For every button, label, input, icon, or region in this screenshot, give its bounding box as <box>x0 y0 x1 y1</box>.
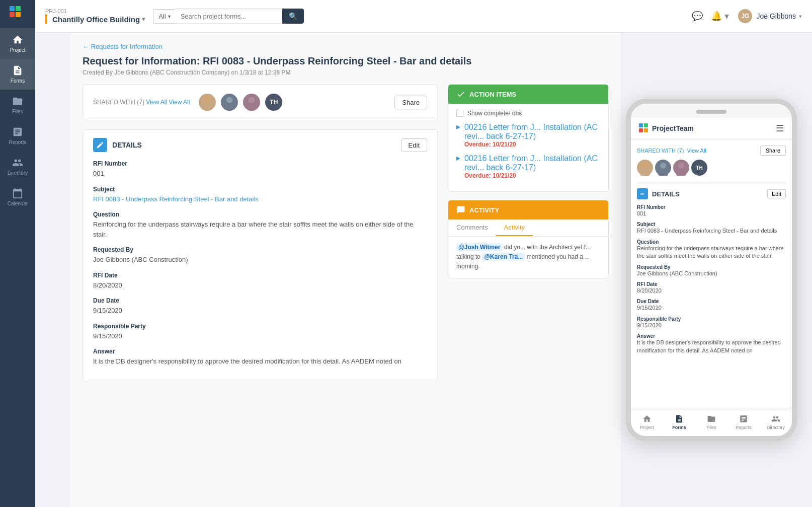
show-complete-row: Show complete/ obs <box>456 110 600 117</box>
phone-nav-reports[interactable]: Reports <box>727 408 760 436</box>
action-bullet-1: ▸ <box>456 122 460 131</box>
phone-field-2: Question Reinforcing for the underpass s… <box>637 239 786 260</box>
search-input[interactable] <box>176 9 283 24</box>
sidebar-item-forms[interactable]: Forms <box>0 59 35 90</box>
svg-point-16 <box>660 163 666 169</box>
avatar-group: TH <box>198 93 283 112</box>
phone-share-button[interactable]: Share <box>760 146 786 156</box>
phone-field-6: Responsible Party 9/15/2020 <box>637 316 786 329</box>
header-icons: 💬 🔔 ▾ <box>692 11 729 22</box>
phone-body: SHARED WITH (7) View All Share <box>631 139 792 408</box>
phone-field-5: Due Date 9/15/2020 <box>637 299 786 312</box>
subject-field: Subject RFI 0083 - Underpass Reinforcing… <box>93 186 427 204</box>
phone-nav-forms[interactable]: Forms <box>663 408 695 436</box>
overdue-2: Overdue: 10/21/20 <box>464 172 600 179</box>
share-button[interactable]: Share <box>394 96 427 109</box>
action-items-card: ACTION ITEMS Show complete/ obs ▸ 00216 … <box>448 84 609 192</box>
details-card: DETAILS Edit RFI Number 001 Subject RFI … <box>83 129 438 382</box>
svg-point-17 <box>658 170 668 176</box>
user-menu[interactable]: JG Joe Gibbons <box>737 8 802 24</box>
sidebar-item-calendar[interactable]: Calendar <box>0 182 35 212</box>
activity-card: ACTIVITY Comments Activity @Josh Witmer … <box>448 200 609 278</box>
avatar-1 <box>198 93 217 112</box>
sidebar-item-files[interactable]: Files <box>0 90 35 120</box>
question-field: Question Reinforcing for the underpass s… <box>93 211 427 239</box>
action-item-2: ▸ 00216 Letter from J... Installation (A… <box>456 154 600 179</box>
phone-inner: ProjectTeam ☰ SHARED WITH (7) View All S… <box>631 118 792 436</box>
rfi-number-field: RFI Number 001 <box>93 160 427 179</box>
activity-tabs: Comments Activity <box>448 220 608 237</box>
svg-point-6 <box>226 97 233 103</box>
phone-menu-icon[interactable]: ☰ <box>776 123 784 134</box>
search-filter-dropdown[interactable]: All <box>153 9 175 24</box>
details-icon <box>93 138 107 152</box>
project-name[interactable]: Chantilly Office Building <box>45 14 145 24</box>
overdue-1: Overdue: 10/21/20 <box>464 141 600 148</box>
phone-avatar-group: TH <box>637 160 786 176</box>
sidebar-item-project[interactable]: Project <box>0 28 35 59</box>
breadcrumb[interactable]: Requests for Information <box>83 43 609 50</box>
avatar-2 <box>220 93 239 112</box>
phone-avatar-2 <box>655 160 671 176</box>
phone-nav-files[interactable]: Files <box>695 408 727 436</box>
answer-field: Answer It is the DB designer's responsib… <box>93 348 427 367</box>
search-bar: All 🔍 <box>153 9 304 24</box>
avatar-3 <box>242 93 261 112</box>
phone-details-header: ✏ DETAILS Edit <box>637 188 786 199</box>
svg-point-8 <box>249 97 255 103</box>
phone-field-1: Subject RFI 0083 - Underpass Reinforcing… <box>637 222 786 235</box>
action-items-header: ACTION ITEMS <box>448 85 608 104</box>
phone-header: ProjectTeam ☰ <box>631 118 792 139</box>
phone-nav: Project Forms Files Reports <box>631 408 792 436</box>
phone-edit-button[interactable]: Edit <box>767 189 786 198</box>
view-all-link[interactable]: View All <box>146 99 167 106</box>
shared-with-card: SHARED WITH (7) View All View All <box>83 84 438 120</box>
action-item-1: ▸ 00216 Letter from J... Installation (A… <box>456 123 600 148</box>
details-title: DETAILS <box>112 141 396 149</box>
svg-point-7 <box>224 104 235 111</box>
tab-activity[interactable]: Activity <box>496 220 533 236</box>
view-all-link2[interactable]: View All <box>169 99 190 106</box>
svg-rect-10 <box>639 123 643 127</box>
edit-button[interactable]: Edit <box>401 138 427 152</box>
page-subtitle: Created By Joe Gibbons (ABC Construction… <box>83 69 609 76</box>
phone-speaker <box>696 110 726 114</box>
phone-shared-section: SHARED WITH (7) View All Share <box>637 146 786 176</box>
page-title: Request for Information: RFI 0083 - Unde… <box>83 55 609 67</box>
action-link-1[interactable]: 00216 Letter from J... Installation (AC … <box>464 123 600 141</box>
svg-point-5 <box>202 104 213 111</box>
avatar-4: TH <box>264 93 283 112</box>
phone-nav-directory[interactable]: Directory <box>760 408 792 436</box>
tab-comments[interactable]: Comments <box>448 220 496 236</box>
search-button[interactable]: 🔍 <box>282 9 304 24</box>
chat-icon[interactable]: 💬 <box>692 11 703 22</box>
phone-avatar-1 <box>637 160 653 176</box>
svg-rect-2 <box>10 12 15 17</box>
phone-field-3: Requested By Joe Gibbons (ABC Constructi… <box>637 264 786 277</box>
svg-point-14 <box>642 163 648 169</box>
action-link-2[interactable]: 00216 Letter from J... Installation (AC … <box>464 154 600 172</box>
svg-rect-3 <box>16 12 21 17</box>
phone-field-4: RFI Date 8/20/2020 <box>637 281 786 295</box>
project-id: PRJ-001 <box>45 8 145 14</box>
due-date-field: Due Date 9/15/2020 <box>93 297 427 316</box>
phone-view-all[interactable]: View All <box>687 148 706 154</box>
svg-point-9 <box>247 104 257 111</box>
action-items-body: Show complete/ obs ▸ 00216 Letter from J… <box>448 104 608 191</box>
sidebar-item-directory[interactable]: Directory <box>0 151 35 182</box>
sidebar-logo <box>0 0 35 28</box>
phone-details-icon: ✏ <box>637 188 648 199</box>
sidebar: Project Forms Files Reports Directory Ca… <box>0 0 35 507</box>
shared-with-label: SHARED WITH (7) View All View All <box>93 99 190 106</box>
show-complete-checkbox[interactable] <box>456 110 463 117</box>
content-columns: SHARED WITH (7) View All View All <box>83 84 609 391</box>
rfi-date-field: RFI Date 8/20/2020 <box>93 272 427 291</box>
project-info: PRJ-001 Chantilly Office Building <box>45 8 145 24</box>
sidebar-item-reports[interactable]: Reports <box>0 120 35 151</box>
svg-point-19 <box>676 170 686 176</box>
notification-icon[interactable]: 🔔 ▾ <box>711 11 729 22</box>
mobile-mockup-container: ProjectTeam ☰ SHARED WITH (7) View All S… <box>621 33 812 507</box>
phone-avatar-3 <box>673 160 689 176</box>
phone-nav-project[interactable]: Project <box>631 408 663 436</box>
header: PRJ-001 Chantilly Office Building All 🔍 … <box>35 0 812 33</box>
